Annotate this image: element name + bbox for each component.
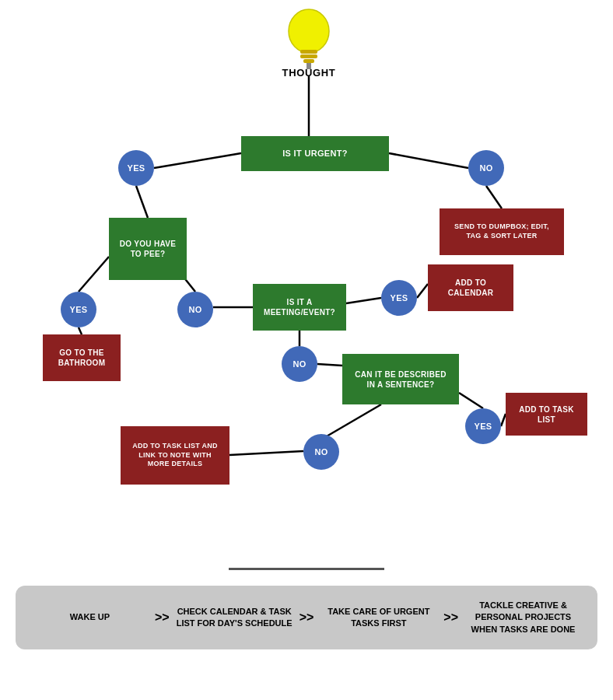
yes3-circle: YES	[381, 280, 417, 316]
no1-circle: NO	[468, 150, 504, 186]
svg-line-2	[389, 153, 468, 168]
svg-rect-19	[300, 54, 317, 58]
bar-urgent-tasks: TAKE CARE OF URGENT TASKS FIRST	[320, 606, 437, 630]
yes2-circle: YES	[61, 292, 96, 327]
no3-circle: NO	[282, 346, 317, 382]
no4-circle: NO	[303, 434, 339, 470]
lightbulb: THOUGHT	[282, 8, 336, 79]
svg-rect-20	[303, 59, 314, 63]
svg-line-7	[79, 327, 82, 334]
send-dumpbox-node: SEND TO DUMPBOX; EDIT, TAG & SORT LATER	[440, 208, 564, 255]
do-you-pee-node: DO YOU HAVE TO PEE?	[109, 218, 187, 280]
thought-label: THOUGHT	[282, 67, 336, 79]
go-bathroom-node: GO TO THE BATHROOM	[43, 334, 121, 381]
svg-line-15	[321, 404, 381, 439]
svg-line-5	[79, 257, 109, 292]
svg-line-12	[317, 364, 342, 366]
yes1-circle: YES	[118, 150, 154, 186]
add-task-note-node: ADD TO TASK LIST AND LINK TO NOTE WITH M…	[121, 426, 229, 485]
add-task-list-node: ADD TO TASK LIST	[506, 393, 587, 436]
section-divider	[229, 568, 384, 570]
yes4-circle: YES	[465, 408, 501, 444]
flowchart-lines	[0, 0, 613, 560]
bottom-workflow-bar: WAKE UP >> CHECK CALENDAR & TASK LIST FO…	[16, 586, 597, 649]
no2-circle: NO	[177, 292, 213, 327]
svg-line-1	[154, 153, 241, 168]
bar-wake-up: WAKE UP	[31, 611, 149, 623]
svg-rect-18	[300, 50, 317, 54]
svg-line-9	[346, 298, 381, 303]
is-urgent-node: IS IT URGENT?	[241, 136, 389, 171]
svg-line-4	[136, 186, 148, 218]
bar-check-calendar: CHECK CALENDAR & TASK LIST FOR DAY'S SCH…	[176, 606, 293, 630]
is-meeting-node: IS IT A MEETING/EVENT?	[253, 284, 346, 331]
bar-arrow-3: >>	[437, 611, 464, 625]
bar-arrow-2: >>	[293, 611, 321, 625]
svg-point-17	[289, 9, 329, 53]
bar-creative-projects: TACKLE CREATIVE & PERSONAL PROJECTS WHEN…	[464, 600, 582, 635]
lightbulb-icon	[282, 8, 336, 70]
svg-line-16	[229, 451, 303, 455]
can-describe-node: CAN IT BE DESCRIBED IN A SENTENCE?	[342, 354, 459, 404]
svg-line-3	[486, 186, 502, 208]
flowchart-diagram: THOUGHT IS IT URGENT? YES NO SEND TO DUM…	[0, 0, 613, 560]
add-calendar-node: ADD TO CALENDAR	[428, 264, 513, 311]
bar-arrow-1: >>	[149, 611, 176, 625]
svg-line-10	[417, 284, 428, 298]
svg-line-13	[459, 393, 483, 408]
